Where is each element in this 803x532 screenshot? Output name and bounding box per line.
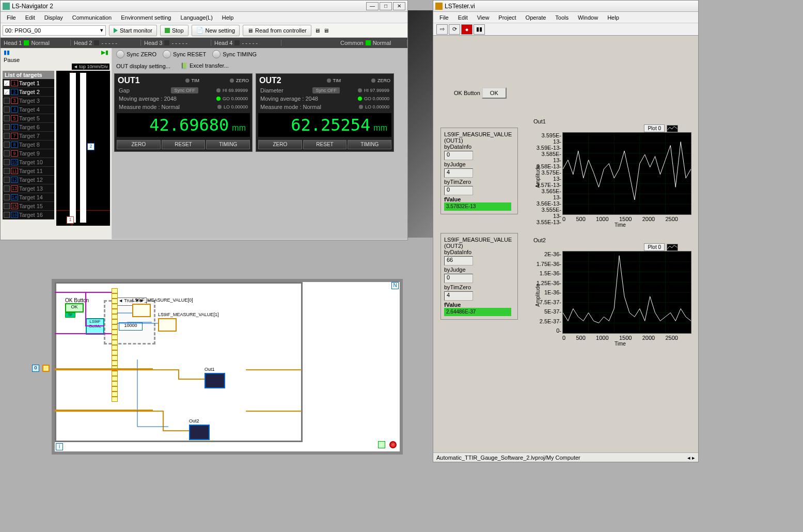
target-row[interactable]: 3Target 3 [3,97,54,105]
lv-menu-operate[interactable]: Operate [522,13,550,22]
target-checkbox[interactable] [4,106,10,113]
target-row[interactable]: 8Target 8 [3,140,54,149]
fvalue-field[interactable]: 2.64486E-37 [444,308,511,316]
target-checkbox[interactable] [4,203,10,209]
target-num: 3 [11,98,18,104]
target-checkbox[interactable]: ✓ [4,89,10,95]
menu-env[interactable]: Environment setting [117,13,175,22]
plot-out1: Out1 Plot 0 Amplitude 3.595E-13-3.59E-13… [533,118,678,228]
trace-icon[interactable] [667,125,678,132]
target-checkbox[interactable] [4,185,10,192]
bytimzero-field[interactable]: 0 [444,186,473,195]
plot-legend[interactable]: Plot 0 [644,124,665,132]
target-row[interactable]: 7Target 7 [3,132,54,140]
target-checkbox[interactable] [4,98,10,104]
menu-edit[interactable]: Edit [21,13,39,22]
target-row[interactable]: 11Target 11 [3,167,54,176]
menu-communication[interactable]: Communication [68,13,116,22]
stop-button[interactable]: Stop [160,25,188,36]
target-checkbox[interactable] [4,133,10,139]
plot-legend[interactable]: Plot 0 [644,243,665,251]
maximize-button[interactable]: □ [380,2,392,10]
target-checkbox[interactable] [4,212,10,218]
lv-menu-view[interactable]: View [473,13,494,22]
pause-button[interactable]: ▮▮ [474,24,485,35]
lv-menu-edit[interactable]: Edit [454,13,472,22]
sync-timing-button[interactable]: Sync TIMING [212,50,257,58]
out-timing-button[interactable]: TIMING [348,140,391,149]
lv-menu-window[interactable]: Window [574,13,602,22]
menu-help[interactable]: Help [218,13,238,22]
sync-reset-button[interactable]: Sync RESET [163,50,206,58]
minimize-button[interactable]: — [366,2,379,10]
target-row[interactable]: 4Target 4 [3,105,54,114]
target-checkbox[interactable] [4,177,10,183]
target-row[interactable]: 5Target 5 [3,114,54,123]
start-monitor-button[interactable]: Start monitor [109,25,157,36]
target-checkbox[interactable]: ✓ [4,80,10,86]
target-row[interactable]: 12Target 12 [3,176,54,184]
new-setting-button[interactable]: 📄New setting [192,25,240,36]
target-checkbox[interactable] [4,150,10,157]
tool-icon-2[interactable]: 🖥 [323,27,329,34]
fvalue-field[interactable]: 3.57832E-13 [444,202,511,211]
lsnav-titlebar[interactable]: LS-Navigator 2 — □ ✕ [1,1,407,12]
mv0-label: LS9IF_MEASURE_VALUE[0] [132,298,193,303]
target-row[interactable]: 13Target 13 [3,184,54,193]
sync-off[interactable]: Sync OFF [312,87,340,93]
plot-canvas[interactable] [562,251,691,334]
out-zero-button[interactable]: ZERO [258,140,302,149]
target-checkbox[interactable] [4,124,10,130]
bool-wire-end [378,441,385,448]
bydatainfo-field[interactable]: 66 [444,256,473,265]
lv-menu-help[interactable]: Help [603,13,623,22]
byjudge-field[interactable]: 0 [444,274,473,283]
bydatainfo-field[interactable]: 0 [444,151,473,160]
out-zero-button[interactable]: ZERO [117,140,161,149]
lv-menu-file[interactable]: File [435,13,453,22]
target-row[interactable]: ✓2Target 2 [3,88,54,97]
target-checkbox[interactable] [4,159,10,165]
run-button[interactable]: ⇨ [436,24,448,35]
plot-canvas[interactable] [562,132,691,215]
out-timing-button[interactable]: TIMING [206,140,250,149]
trace-icon[interactable] [667,244,678,251]
lv-menu-tools[interactable]: Tools [551,13,573,22]
sync-off[interactable]: Sync OFF [171,87,198,93]
head-2: Head 2- - - - - [71,40,141,46]
tool-icon-1[interactable]: 🖥 [314,27,320,34]
menu-lang[interactable]: Language(L) [176,13,216,22]
out-reset-button[interactable]: RESET [303,140,347,149]
target-row[interactable]: 14Target 14 [3,193,54,202]
lstester-titlebar[interactable]: LSTester.vi [433,1,698,12]
menu-display[interactable]: Display [40,13,67,22]
close-button[interactable]: ✕ [393,2,405,10]
abort-button[interactable]: ● [461,24,473,35]
target-row[interactable]: 10Target 10 [3,158,54,167]
program-select[interactable]: 00: PROG_00▾ [3,25,106,36]
sync-zero-button[interactable]: Sync ZERO [116,50,156,58]
bytimzero-field[interactable]: 4 [444,291,473,301]
lv-menu-project[interactable]: Project [494,13,520,22]
target-checkbox[interactable] [4,142,10,148]
pause-icon[interactable]: ▮▮ [4,49,10,56]
read-controller-button[interactable]: 🖥Read from controller [243,25,311,36]
target-row[interactable]: ✓1Target 1 [3,79,54,88]
marker-2[interactable]: 2 [87,143,95,150]
byjudge-field[interactable]: 4 [444,168,473,178]
target-row[interactable]: 16Target 16 [3,211,54,220]
ok-button[interactable]: OK [482,87,507,99]
play-icon [114,28,118,33]
excel-transfer-link[interactable]: 📗 Excel transfer... [181,62,229,69]
marker-1[interactable]: 1 [67,216,74,224]
target-checkbox[interactable] [4,168,10,174]
target-checkbox[interactable] [4,194,10,200]
target-row[interactable]: 6Target 6 [3,123,54,132]
run-cont-button[interactable]: ⟳ [449,24,460,35]
out-display-setting-link[interactable]: OUT display setting... [116,63,170,69]
target-row[interactable]: 15Target 15 [3,202,54,211]
target-row[interactable]: 9Target 9 [3,149,54,158]
out-reset-button[interactable]: RESET [162,140,206,149]
menu-file[interactable]: File [3,13,20,22]
target-checkbox[interactable] [4,115,10,121]
